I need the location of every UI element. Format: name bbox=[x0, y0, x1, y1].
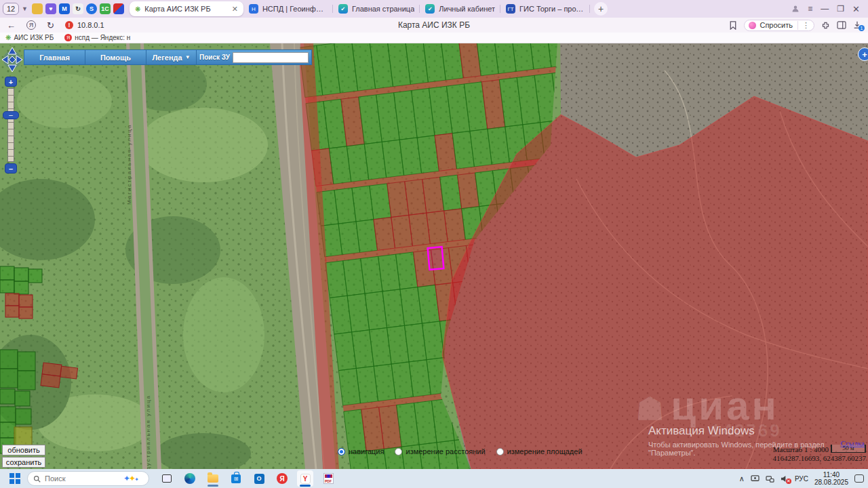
time: 11:40 bbox=[814, 471, 848, 479]
hidden-icons-chevron-icon[interactable]: ∧ bbox=[739, 474, 745, 483]
address-bar: ← Я ↻ ! 10.8.0.1 Карта АИС ИЗК РБ Спроси… bbox=[0, 18, 868, 33]
window-controls: ≡ — ❐ ✕ bbox=[791, 5, 865, 14]
pinned-tab-s-icon[interactable]: S bbox=[86, 3, 97, 14]
restore-button[interactable]: ❐ bbox=[837, 5, 844, 13]
folder-icon bbox=[208, 474, 218, 483]
ai-spark-icon bbox=[749, 22, 756, 29]
minimize-button[interactable]: — bbox=[821, 5, 829, 13]
tab-label: Личный кабинет bbox=[439, 5, 495, 13]
network-icon[interactable] bbox=[766, 475, 774, 483]
radio-icon[interactable] bbox=[395, 448, 402, 455]
taskbar-search[interactable]: ✦✦✦ bbox=[27, 471, 149, 486]
zoom-in-button[interactable]: + bbox=[5, 77, 17, 87]
legend-button[interactable]: Легенда ▼ bbox=[146, 50, 197, 64]
task-view-button[interactable] bbox=[159, 470, 175, 487]
parcel-search: Поиск ЗУ bbox=[197, 50, 311, 64]
security-warning-icon[interactable]: ! bbox=[65, 21, 73, 29]
mode-label: измерение площадей bbox=[507, 447, 583, 455]
microsoft-store-button[interactable]: ⊞ bbox=[228, 470, 244, 487]
system-tray: ∧ РУС 11:40 28.08.2025 bbox=[739, 469, 864, 488]
tab-label: Карта АИС ИЗК РБ bbox=[144, 5, 210, 13]
outlook-icon: O bbox=[254, 474, 264, 484]
pinned-tab-shield-icon[interactable]: ♥ bbox=[45, 3, 56, 14]
zoom-slider-handle[interactable]: – bbox=[3, 111, 19, 119]
close-button[interactable]: ✕ bbox=[852, 5, 860, 14]
pinned-tab-jar-icon[interactable] bbox=[32, 3, 43, 14]
bookmark-nspd[interactable]: Я нспд — Яндекс: н bbox=[64, 34, 130, 41]
radio-icon[interactable] bbox=[496, 448, 504, 455]
ask-ai-button[interactable]: Спросить ⋮ bbox=[744, 20, 814, 31]
home-button[interactable]: Главная bbox=[24, 50, 85, 64]
yandex-browser-button[interactable]: Y bbox=[297, 470, 313, 487]
address-bar-actions: Спросить ⋮ 1 bbox=[729, 20, 861, 31]
tab-list-chevron-icon[interactable]: ▼ bbox=[22, 5, 28, 12]
zoom-slider-track[interactable] bbox=[7, 88, 14, 162]
downloads-button[interactable]: 1 bbox=[853, 21, 861, 29]
mode-navigation[interactable]: навигация bbox=[338, 447, 384, 455]
pdf-app-button[interactable]: PDF bbox=[320, 470, 336, 487]
new-tab-button[interactable]: + bbox=[594, 2, 608, 16]
legend-label: Легенда bbox=[152, 54, 182, 62]
map-toolbar: Главная Помощь Легенда ▼ Поиск ЗУ bbox=[24, 49, 312, 65]
profile-icon[interactable] bbox=[791, 5, 800, 13]
tab-close-icon[interactable]: ✕ bbox=[232, 5, 238, 14]
pinned-tab-1c-icon[interactable]: 1С bbox=[100, 3, 111, 14]
tab-counter[interactable]: 12 bbox=[3, 3, 19, 15]
tab-nspd[interactable]: Н НСПД | Геоинформацион bbox=[243, 1, 333, 16]
more-options-icon[interactable]: ⋮ bbox=[797, 21, 810, 30]
tab-map-ais[interactable]: ❋ Карта АИС ИЗК РБ ✕ bbox=[130, 1, 243, 16]
mode-selector: навигация измерение расстояний измерение… bbox=[338, 447, 583, 455]
tab-gis-torgi[interactable]: ГТ ГИС Торги – продажи гос bbox=[500, 1, 590, 16]
language-indicator[interactable]: РУС bbox=[795, 475, 808, 483]
refresh-button[interactable]: обновить bbox=[2, 445, 45, 455]
pinned-tab-m-icon[interactable]: М bbox=[59, 3, 70, 14]
bookmark-icon[interactable] bbox=[729, 21, 737, 30]
radio-selected-icon[interactable] bbox=[338, 448, 345, 455]
pan-control[interactable] bbox=[1, 45, 25, 80]
tab-personal-account[interactable]: ✔ Личный кабинет bbox=[420, 1, 500, 16]
search-input[interactable] bbox=[45, 474, 119, 483]
copilot-sparkle-icon: ✦✦✦ bbox=[123, 474, 138, 483]
date: 28.08.2025 bbox=[814, 479, 848, 486]
pinned-tab-refresh-icon[interactable]: ↻ bbox=[73, 3, 83, 14]
ask-ai-label: Спросить bbox=[760, 21, 793, 29]
bookmark-label: АИС ИЗК РБ bbox=[14, 34, 54, 41]
map-viewport[interactable]: Магистральная улица Индустриальная улица… bbox=[0, 43, 868, 469]
mode-measure-area[interactable]: измерение площадей bbox=[496, 447, 583, 455]
clock[interactable]: 11:40 28.08.2025 bbox=[814, 471, 848, 486]
mode-measure-distance[interactable]: измерение расстояний bbox=[395, 447, 485, 455]
yandex-icon: Я bbox=[64, 34, 72, 41]
save-button[interactable]: сохранить bbox=[2, 457, 45, 468]
side-panels-icon[interactable] bbox=[837, 21, 846, 29]
yandex-home-icon[interactable]: Я bbox=[26, 20, 36, 30]
start-button[interactable] bbox=[9, 473, 20, 484]
map-canvas bbox=[0, 43, 868, 469]
search-icon bbox=[33, 475, 41, 483]
bookmark-label: нспд — Яндекс: н bbox=[75, 34, 130, 41]
volume-muted-icon[interactable] bbox=[781, 475, 789, 483]
bookmark-ais[interactable]: ❋ АИС ИЗК РБ bbox=[5, 34, 54, 41]
pinned-tab-flag-icon[interactable] bbox=[113, 3, 124, 14]
yandex-start-button[interactable]: Я bbox=[274, 470, 290, 487]
extensions-puzzle-icon[interactable] bbox=[821, 21, 830, 30]
edge-button[interactable] bbox=[182, 470, 198, 487]
bookmarks-bar: ❋ АИС ИЗК РБ Я нспд — Яндекс: н bbox=[0, 33, 868, 43]
file-explorer-button[interactable] bbox=[205, 470, 221, 487]
help-button[interactable]: Помощь bbox=[85, 50, 146, 64]
selected-parcel-outline[interactable] bbox=[428, 247, 444, 270]
panel-expand-button[interactable]: + bbox=[858, 47, 868, 61]
display-icon[interactable] bbox=[751, 475, 760, 483]
outlook-button[interactable]: O bbox=[251, 470, 267, 487]
zoom-out-button[interactable]: – bbox=[5, 163, 17, 174]
store-bag-icon: ⊞ bbox=[231, 474, 241, 483]
ais-logo-icon: ❋ bbox=[135, 5, 140, 13]
back-icon[interactable]: ← bbox=[7, 20, 16, 30]
notification-center-icon[interactable] bbox=[854, 474, 864, 483]
reload-icon[interactable]: ↻ bbox=[47, 20, 54, 30]
tab-home-page[interactable]: ✔ Главная страница bbox=[333, 1, 420, 16]
mode-label: навигация bbox=[349, 447, 384, 455]
url-text[interactable]: 10.8.0.1 bbox=[77, 21, 104, 29]
emblem-favicon: ГТ bbox=[506, 4, 515, 14]
menu-icon[interactable]: ≡ bbox=[808, 5, 812, 13]
parcel-search-input[interactable] bbox=[233, 52, 309, 63]
